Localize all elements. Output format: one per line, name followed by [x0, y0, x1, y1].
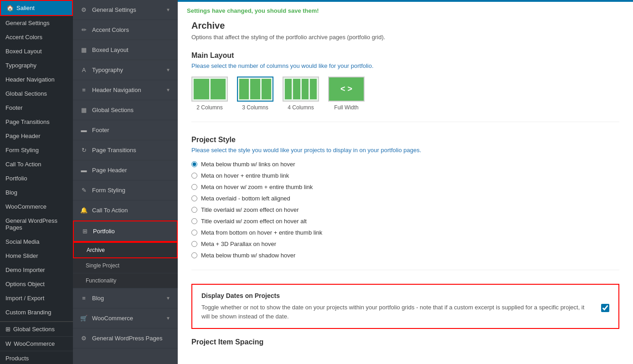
- nav-item-form-styling[interactable]: Form Styling: [0, 143, 73, 157]
- middle-nav-typography[interactable]: A Typography ▼: [73, 60, 178, 80]
- nav-item-footer[interactable]: Footer: [0, 101, 73, 115]
- middle-general-wp-pages-label: General WordPress Pages: [92, 335, 162, 342]
- middle-nav-footer[interactable]: ▬ Footer: [73, 120, 178, 140]
- layout-col: [250, 79, 260, 99]
- nav-item-general-wp-pages[interactable]: General WordPress Pages: [0, 214, 73, 235]
- radio-option-8[interactable]: Meta below thumb w/ shadow hover: [191, 252, 619, 259]
- nav-item-accent-colors[interactable]: Accent Colors: [0, 30, 73, 44]
- radio-option-0[interactable]: Meta below thumb w/ links on hover: [191, 161, 619, 168]
- nav-item-page-header[interactable]: Page Header: [0, 129, 73, 143]
- portfolio-submenu: Archive Single Project Functionality: [73, 242, 178, 288]
- middle-boxed-layout-label: Boxed Layout: [92, 46, 129, 53]
- woocommerce-label: WooCommerce: [5, 203, 46, 210]
- nav-item-blog[interactable]: Blog: [0, 185, 73, 200]
- sub-item-functionality[interactable]: Functionality: [73, 273, 178, 288]
- layout-col: [310, 79, 317, 99]
- radio-option-1[interactable]: Meta on hover + entire thumb link: [191, 172, 619, 179]
- nav-item-social-media[interactable]: Social Media: [0, 235, 73, 249]
- radio-options: Meta below thumb w/ links on hover Meta …: [191, 161, 619, 259]
- middle-nav-general-wp-pages[interactable]: ⚙ General WordPress Pages: [73, 328, 178, 349]
- radio-option-3[interactable]: Meta overlaid - bottom left aligned: [191, 195, 619, 202]
- options-object-label: Options Object: [5, 281, 45, 287]
- layout-option-2col[interactable]: 2 Columns: [191, 77, 228, 111]
- nav-item-boxed-layout[interactable]: Boxed Layout: [0, 44, 73, 58]
- middle-nav-global-sections[interactable]: ▦ Global Sections: [73, 100, 178, 120]
- radio-input-6[interactable]: [191, 230, 197, 236]
- middle-nav-boxed-layout[interactable]: ▦ Boxed Layout: [73, 40, 178, 60]
- nav-item-general-settings[interactable]: General Settings: [0, 16, 73, 30]
- middle-global-sections-label: Global Sections: [92, 107, 134, 113]
- layout-thumb-2col: [191, 77, 228, 102]
- radio-input-2[interactable]: [191, 184, 197, 190]
- layout-label-2col: 2 Columns: [196, 104, 222, 111]
- radio-label-8: Meta below thumb w/ shadow hover: [201, 252, 295, 259]
- radio-option-7[interactable]: Meta + 3D Parallax on hover: [191, 241, 619, 247]
- nav-item-custom-branding[interactable]: Custom Branding: [0, 305, 73, 319]
- sub-item-single-project[interactable]: Single Project: [73, 258, 178, 273]
- nav-item-call-to-action[interactable]: Call To Action: [0, 157, 73, 171]
- radio-option-5[interactable]: Title overlaid w/ zoom effect on hover a…: [191, 218, 619, 225]
- radio-input-4[interactable]: [191, 207, 197, 213]
- nav-item-page-transitions[interactable]: Page Transitions: [0, 115, 73, 129]
- form-styling-icon: ✎: [80, 187, 87, 194]
- general-wp-pages-icon: ⚙: [80, 335, 87, 342]
- nav-item-options-object[interactable]: Options Object: [0, 277, 73, 291]
- layout-option-fullwidth[interactable]: < > Full Width: [328, 77, 365, 111]
- nav-item-header-navigation[interactable]: Header Navigation: [0, 72, 73, 87]
- nav-item-woocommerce-bottom[interactable]: W WooCommerce: [0, 336, 73, 351]
- middle-nav-page-header[interactable]: ▬ Page Header: [73, 160, 178, 180]
- middle-nav-call-to-action[interactable]: 🔔 Call To Action: [73, 200, 178, 220]
- nav-item-portfolio[interactable]: Portfolio: [0, 171, 73, 185]
- nav-item-global-sections-bottom[interactable]: ⊞ Global Sections: [0, 322, 73, 336]
- radio-option-4[interactable]: Title overlaid w/ zoom effect on hover: [191, 206, 619, 213]
- radio-input-1[interactable]: [191, 173, 197, 179]
- social-media-label: Social Media: [5, 238, 39, 245]
- middle-nav-general-settings[interactable]: ⚙ General Settings ▼: [73, 0, 178, 20]
- middle-blog-label: Blog: [92, 295, 104, 302]
- display-dates-checkbox[interactable]: [601, 304, 609, 312]
- global-sections-mid-icon: ▦: [80, 107, 87, 113]
- products-label: Products: [5, 355, 29, 362]
- main-layout-desc: Please select the number of columns you …: [191, 62, 619, 69]
- radio-label-5: Title overlaid w/ zoom effect on hover a…: [201, 218, 307, 225]
- radio-input-3[interactable]: [191, 195, 197, 201]
- project-item-spacing-heading: Project Item Spacing: [191, 338, 619, 346]
- nav-item-salient[interactable]: 🏠 Salient: [0, 0, 73, 16]
- middle-nav-form-styling[interactable]: ✎ Form Styling: [73, 180, 178, 200]
- nav-item-typography[interactable]: Typography: [0, 58, 73, 72]
- radio-input-7[interactable]: [191, 241, 197, 247]
- middle-nav-page-transitions[interactable]: ↻ Page Transitions: [73, 140, 178, 160]
- boxed-layout-label: Boxed Layout: [5, 48, 42, 55]
- far-left-nav[interactable]: 🏠 Salient General Settings Accent Colors…: [0, 0, 73, 364]
- layout-option-3col[interactable]: 3 Columns: [237, 77, 273, 111]
- middle-nav-header-navigation[interactable]: ≡ Header Navigation ▼: [73, 80, 178, 100]
- radio-label-7: Meta + 3D Parallax on hover: [201, 241, 276, 247]
- radio-option-2[interactable]: Meta on hover w/ zoom + entire thumb lin…: [191, 184, 619, 190]
- middle-form-styling-label: Form Styling: [92, 187, 125, 194]
- general-settings-arrow: ▼: [166, 7, 170, 12]
- radio-option-6[interactable]: Meta from bottom on hover + entire thumb…: [191, 229, 619, 236]
- sub-item-archive[interactable]: Archive: [73, 242, 178, 258]
- middle-nav-accent-colors[interactable]: ✏ Accent Colors: [73, 20, 178, 40]
- page-header-label: Page Header: [5, 133, 41, 139]
- nav-item-products[interactable]: Products: [0, 351, 73, 364]
- page-title: Archive: [191, 21, 619, 31]
- middle-nav-blog[interactable]: ≡ Blog ▼: [73, 288, 178, 308]
- nav-item-import-export[interactable]: Import / Export: [0, 291, 73, 305]
- radio-input-0[interactable]: [191, 161, 197, 167]
- layout-option-4col[interactable]: 4 Columns: [283, 77, 319, 111]
- middle-nav-portfolio[interactable]: ⊞ Portfolio: [73, 220, 178, 242]
- radio-input-5[interactable]: [191, 218, 197, 224]
- project-item-spacing-section: Project Item Spacing: [191, 338, 619, 346]
- header-nav-icon: ≡: [80, 87, 87, 93]
- nav-item-woocommerce[interactable]: WooCommerce: [0, 200, 73, 214]
- radio-input-8[interactable]: [191, 252, 197, 258]
- nav-item-home-slider[interactable]: Home Slider: [0, 249, 73, 263]
- layout-label-3col: 3 Columns: [242, 104, 268, 111]
- woocommerce-arrow: ▼: [166, 316, 170, 321]
- radio-label-4: Title overlaid w/ zoom effect on hover: [201, 206, 299, 213]
- nav-item-demo-importer[interactable]: Demo Importer: [0, 263, 73, 277]
- woocommerce-mid-icon: 🛒: [80, 315, 87, 322]
- middle-nav-woocommerce[interactable]: 🛒 WooCommerce ▼: [73, 308, 178, 328]
- nav-item-global-sections[interactable]: Global Sections: [0, 87, 73, 101]
